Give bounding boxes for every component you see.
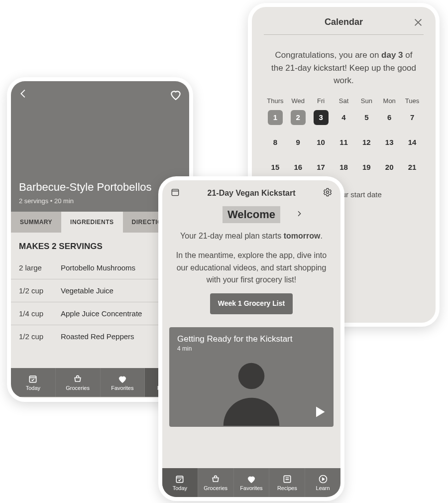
calendar-day[interactable]: 2	[287, 110, 310, 126]
calendar-day[interactable]: 14	[401, 134, 424, 150]
nav-today[interactable]: Today	[11, 368, 56, 397]
calendar-day[interactable]: 19	[355, 159, 378, 175]
svg-point-10	[238, 363, 265, 389]
nav-learn[interactable]: Learn	[305, 468, 340, 497]
gear-icon[interactable]	[323, 187, 333, 199]
calendar-day[interactable]: 12	[355, 134, 378, 150]
chevron-right-icon[interactable]	[295, 210, 303, 220]
calendar-day[interactable]: 1	[264, 110, 287, 126]
welcome-heading: Welcome	[223, 206, 280, 223]
svg-rect-2	[30, 376, 36, 382]
back-icon[interactable]	[18, 88, 29, 101]
calendar-day[interactable]: 18	[333, 159, 355, 175]
calendar-grid: 123456789101112131415161718192021	[264, 110, 424, 175]
video-card[interactable]: Getting Ready for the Kickstart 4 min	[169, 327, 334, 427]
welcome-line-1: Your 21-day meal plan starts tomorrow.	[173, 230, 330, 243]
calendar-icon[interactable]	[170, 187, 180, 199]
app-title: 21-Day Vegan Kickstart	[208, 189, 296, 198]
recipe-title: Barbecue-Style Portobellos	[19, 181, 152, 194]
close-icon[interactable]	[413, 17, 424, 28]
tab-ingredients[interactable]: INGREDIENTS	[61, 212, 123, 233]
calendar-day[interactable]: 15	[264, 159, 287, 175]
nav-recipes[interactable]: Recipes	[269, 468, 305, 497]
calendar-title: Calendar	[325, 17, 363, 27]
calendar-weekday-row: ThursWedFriSatSunMonTues	[264, 97, 424, 105]
calendar-day[interactable]: 9	[287, 134, 310, 150]
favorite-icon[interactable]	[169, 88, 182, 103]
calendar-day[interactable]: 7	[401, 110, 424, 126]
calendar-day[interactable]: 8	[264, 134, 287, 150]
grocery-list-button[interactable]: Week 1 Grocery List	[210, 293, 293, 314]
welcome-line-2: In the meantime, explore the app, dive i…	[173, 250, 330, 286]
avatar-icon	[214, 351, 289, 428]
nav-favorites[interactable]: Favorites	[234, 468, 270, 497]
nav-groceries[interactable]: Groceries	[198, 468, 234, 497]
calendar-day[interactable]: 5	[355, 110, 378, 126]
svg-rect-7	[172, 189, 178, 196]
calendar-day[interactable]: 3	[310, 110, 333, 126]
calendar-congrats: Congratulations, you are on day 3 of the…	[264, 35, 424, 97]
calendar-day[interactable]: 16	[287, 159, 310, 175]
nav-favorites[interactable]: Favorites	[101, 368, 145, 397]
svg-point-9	[326, 191, 329, 194]
tab-summary[interactable]: SUMMARY	[11, 212, 61, 233]
calendar-day[interactable]: 10	[310, 134, 333, 150]
svg-marker-18	[322, 478, 325, 481]
svg-marker-11	[316, 406, 325, 417]
calendar-day[interactable]: 6	[378, 110, 401, 126]
calendar-day[interactable]: 17	[310, 159, 333, 175]
calendar-day[interactable]: 4	[333, 110, 355, 126]
nav-today[interactable]: Today	[162, 468, 198, 497]
recipe-subtitle: 2 servings • 20 min	[19, 197, 74, 205]
svg-rect-12	[177, 476, 183, 483]
calendar-day[interactable]: 13	[378, 134, 401, 150]
welcome-screen: 21-Day Vegan Kickstart Welcome Your 21-d…	[158, 176, 344, 501]
calendar-day[interactable]: 20	[378, 159, 401, 175]
calendar-day[interactable]: 21	[401, 159, 424, 175]
nav-groceries[interactable]: Groceries	[56, 368, 101, 397]
calendar-day[interactable]: 11	[333, 134, 355, 150]
video-title: Getting Ready for the Kickstart	[177, 334, 326, 344]
bottom-nav: Today Groceries Favorites Recipes Learn	[162, 468, 340, 497]
play-icon[interactable]	[313, 405, 327, 421]
